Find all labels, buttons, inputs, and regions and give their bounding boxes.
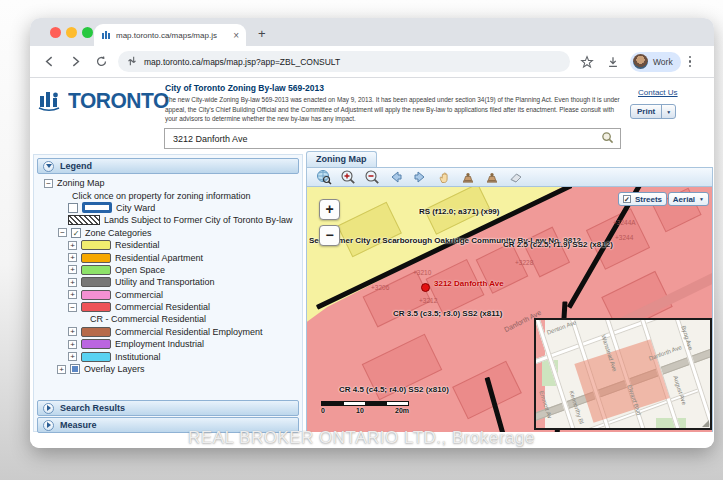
- profile-chip[interactable]: Work: [630, 52, 681, 72]
- scale-bar: 01020m: [321, 401, 409, 414]
- category-swatch: [81, 265, 111, 275]
- address-search: [164, 128, 621, 149]
- tree-expander[interactable]: +: [68, 253, 77, 262]
- legend-category-row: −Commercial Residential: [38, 301, 300, 313]
- page-content: TORONTO City of Toronto Zoning By-law 56…: [30, 78, 714, 448]
- category-label: Commercial: [115, 290, 163, 300]
- maximize-window-button[interactable]: [82, 27, 93, 38]
- parcel-address-label: +3212: [419, 297, 437, 304]
- overview-inset-map[interactable]: Denton AveWanstead AveByng AveDanforth A…: [534, 318, 712, 430]
- tree-expander[interactable]: +: [68, 352, 77, 361]
- map-toolbar: [306, 167, 713, 187]
- map-canvas[interactable]: Danforth Ave RS (f12.0; a371) (x99)See F…: [306, 187, 713, 432]
- site-info-icon[interactable]: [127, 53, 137, 71]
- overlay-layers-checkbox[interactable]: [70, 364, 80, 374]
- streets-toggle[interactable]: ✓ Streets: [618, 192, 667, 206]
- category-swatch: [81, 240, 111, 250]
- tree-expander[interactable]: +: [68, 327, 77, 336]
- zoom-out-icon[interactable]: [363, 169, 380, 186]
- search-icon[interactable]: [601, 130, 614, 148]
- download-icon[interactable]: [604, 53, 622, 71]
- legend-category-row: +Employment Industrial: [38, 338, 300, 350]
- back-icon[interactable]: [40, 53, 58, 71]
- lands-label: Lands Subject to Former City of Toronto …: [104, 215, 292, 225]
- category-swatch: [81, 327, 111, 337]
- tree-expander[interactable]: +: [68, 340, 77, 349]
- search-input[interactable]: [171, 133, 601, 145]
- parcel-address-label: +3244: [615, 234, 633, 241]
- category-label: Employment Industrial: [115, 339, 204, 349]
- contact-us-link[interactable]: Contact Us: [638, 88, 678, 97]
- measure-distance-icon[interactable]: [459, 169, 476, 186]
- category-swatch: [81, 302, 111, 312]
- forward-icon[interactable]: [66, 53, 84, 71]
- city-ward-checkbox[interactable]: [68, 203, 78, 213]
- zoom-in-icon[interactable]: [339, 169, 356, 186]
- new-tab-button[interactable]: +: [258, 26, 266, 41]
- tree-expander[interactable]: −: [44, 179, 53, 188]
- star-icon[interactable]: [578, 53, 596, 71]
- city-ward-swatch: [82, 202, 112, 213]
- legend-panel-header[interactable]: Legend: [37, 158, 299, 174]
- tree-expander[interactable]: +: [68, 290, 77, 299]
- aerial-dropdown[interactable]: Aerial ▼: [668, 192, 709, 206]
- legend-category-row: +Commercial: [38, 289, 300, 301]
- close-window-button[interactable]: [50, 27, 61, 38]
- legend-tree: − Zoning Map Click once on property for …: [38, 177, 300, 375]
- category-swatch: [81, 253, 111, 263]
- zone-categories-checkbox[interactable]: ✓: [71, 228, 81, 238]
- legend-category-row: +Institutional: [38, 350, 300, 362]
- minimize-window-button[interactable]: [66, 27, 77, 38]
- browser-tab[interactable]: map.toronto.ca/maps/map.js ×: [94, 24, 246, 46]
- streets-checkbox[interactable]: ✓: [623, 195, 631, 203]
- category-label: Utility and Transportation: [115, 277, 215, 287]
- tree-expander[interactable]: −: [58, 228, 67, 237]
- category-swatch: [81, 352, 111, 362]
- category-swatch: [81, 277, 111, 287]
- map-zoom-out-button[interactable]: −: [319, 225, 340, 246]
- map-zoom-in-button[interactable]: +: [319, 199, 340, 220]
- tab-favicon: [101, 30, 111, 40]
- pan-icon[interactable]: [435, 169, 452, 186]
- category-swatch: [81, 339, 111, 349]
- address-bar[interactable]: map.toronto.ca/maps/map.jsp?app=ZBL_CONS…: [118, 51, 570, 72]
- profile-label: Work: [653, 57, 673, 67]
- full-extent-icon[interactable]: [315, 169, 332, 186]
- category-label: Commercial Residential Employment: [115, 327, 263, 337]
- tree-expander[interactable]: +: [57, 365, 66, 374]
- tab-strip: map.toronto.ca/maps/map.js × +: [30, 18, 714, 46]
- browser-toolbar: map.toronto.ca/maps/map.jsp?app=ZBL_CONS…: [30, 46, 714, 78]
- toronto-logo: TORONTO: [38, 87, 169, 113]
- search-results-toggle-icon[interactable]: [43, 403, 54, 414]
- parcel-address-label: +3228: [515, 259, 533, 266]
- tab-close-icon[interactable]: ×: [233, 30, 239, 41]
- browser-window: map.toronto.ca/maps/map.js × + map.toron…: [30, 18, 714, 448]
- tree-root-label: Zoning Map: [57, 178, 105, 188]
- legend-toggle-icon[interactable]: [43, 161, 54, 172]
- next-extent-icon[interactable]: [411, 169, 428, 186]
- search-results-panel-header[interactable]: Search Results: [37, 400, 299, 416]
- tab-zoning-map[interactable]: Zoning Map: [306, 151, 377, 168]
- category-label: Commercial Residential: [115, 302, 210, 312]
- tree-expander[interactable]: +: [68, 241, 77, 250]
- parcel-address-label: +3210: [413, 269, 431, 276]
- print-dropdown-icon[interactable]: ▼: [661, 105, 675, 118]
- eraser-icon[interactable]: [507, 169, 524, 186]
- logo-text: TORONTO: [68, 87, 169, 113]
- reload-icon[interactable]: [92, 53, 110, 71]
- tree-expander[interactable]: +: [68, 278, 77, 287]
- aerial-dropdown-icon: ▼: [699, 196, 704, 202]
- measure-area-icon[interactable]: [483, 169, 500, 186]
- zone-label: CR 2.5 (c2.5; r1.9) SS2 (x812): [503, 240, 613, 249]
- legend-category-row: +Utility and Transportation: [38, 276, 300, 288]
- menu-dots-icon[interactable]: [689, 56, 692, 68]
- inset-resize-icon[interactable]: [702, 420, 709, 427]
- zone-categories-label: Zone Categories: [85, 228, 152, 238]
- zone-label: CR 4.5 (c4.5; r4.0) SS2 (x810): [339, 385, 449, 394]
- tree-expander[interactable]: −: [68, 303, 77, 312]
- previous-extent-icon[interactable]: [387, 169, 404, 186]
- lands-swatch: [68, 215, 100, 225]
- selected-property-label: 3212 Danforth Ave: [434, 279, 504, 288]
- tree-expander[interactable]: +: [68, 265, 77, 274]
- print-button[interactable]: Print ▼: [630, 104, 676, 119]
